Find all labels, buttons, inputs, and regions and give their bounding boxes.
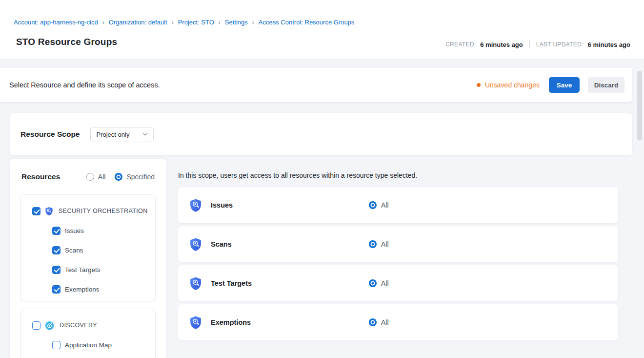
checkbox-exemptions[interactable] — [52, 285, 60, 294]
shield-search-icon — [189, 316, 202, 330]
resource-scope-select[interactable]: Project only — [90, 127, 154, 142]
tree-row-application-map: Application Map — [21, 335, 155, 355]
shield-search-icon — [189, 198, 202, 212]
shield-search-icon — [45, 207, 53, 216]
action-toolbar: Select Resource and define its scope of … — [0, 68, 632, 102]
access-option-all[interactable]: All — [369, 201, 389, 209]
breadcrumb-link-organization[interactable]: Organization: default — [109, 19, 167, 26]
access-label: All — [381, 201, 389, 209]
resources-mode-options: All Specified — [86, 173, 155, 181]
resource-card-label: Test Targets — [211, 279, 369, 287]
created-updated-meta: CREATED: 6 minutes ago LAST UPDATED: 6 m… — [445, 41, 630, 48]
resource-card-label: Scans — [211, 240, 369, 248]
checkbox-test-targets[interactable] — [52, 266, 60, 274]
unsaved-changes-label: Unsaved changes — [485, 81, 540, 89]
access-label: All — [381, 240, 389, 248]
shield-search-icon — [189, 237, 202, 252]
meta-divider — [529, 41, 530, 48]
save-button[interactable]: Save — [549, 77, 580, 93]
access-option-all[interactable]: All — [369, 318, 389, 326]
breadcrumb-separator-icon: › — [172, 19, 174, 26]
access-label: All — [381, 318, 389, 326]
breadcrumb-link-resource-groups[interactable]: Access Control: Resource Groups — [259, 19, 355, 26]
tree-row-scans: Scans — [21, 240, 155, 260]
radio-option-specified[interactable]: Specified — [115, 173, 155, 181]
last-updated-label: LAST UPDATED: — [536, 41, 584, 48]
checkbox-scans[interactable] — [52, 246, 60, 254]
resource-card-exemptions: Exemptions All — [178, 304, 618, 340]
radio-all[interactable] — [86, 173, 94, 181]
radio-all-label: All — [98, 173, 106, 181]
resource-card-test-targets: Test Targets All — [178, 265, 618, 301]
scope-description: In this scope, users get access to all r… — [178, 171, 417, 179]
breadcrumb: Account: app-harness-ng-cicd › Organizat… — [14, 19, 354, 26]
tree-item-label: Scans — [65, 247, 83, 254]
discard-button[interactable]: Discard — [588, 77, 624, 93]
tree-item-label: Test Targets — [65, 266, 101, 274]
tree-item-label: Application Map — [65, 341, 112, 349]
group-label: DISCOVERY — [60, 322, 97, 329]
breadcrumb-separator-icon: › — [102, 19, 104, 26]
resources-title: Resources — [21, 172, 60, 181]
tree-item-label: Issues — [65, 227, 84, 234]
radio-all-access[interactable] — [369, 201, 377, 209]
resource-scope-selected-value: Project only — [96, 131, 129, 138]
created-label: CREATED: — [445, 41, 476, 48]
created-value: 6 minutes ago — [480, 41, 523, 48]
resource-scope-label: Resource Scope — [20, 130, 80, 139]
tree-row-exemptions: Exemptions — [21, 279, 155, 299]
resource-group-security-orchestration: SECURITY ORCHESTRATION Issues Scans Test… — [20, 194, 156, 301]
radio-all-access[interactable] — [369, 279, 377, 287]
breadcrumb-link-account[interactable]: Account: app-harness-ng-cicd — [14, 19, 98, 26]
radio-all-access[interactable] — [369, 318, 377, 326]
resource-card-issues: Issues All — [178, 187, 618, 223]
radio-option-all[interactable]: All — [86, 173, 106, 181]
resources-panel: Resources All Specified — [10, 159, 166, 358]
shield-search-icon — [189, 276, 202, 291]
toolbar-actions: Unsaved changes Save Discard — [477, 77, 624, 93]
toolbar-description: Select Resource and define its scope of … — [9, 81, 160, 89]
access-option-all[interactable]: All — [369, 279, 389, 287]
resources-panel-header: Resources All Specified — [21, 172, 155, 181]
vertical-scrollbar-thumb[interactable] — [637, 71, 642, 141]
checkbox-discovery[interactable] — [32, 321, 40, 330]
checkbox-security-orchestration[interactable] — [32, 207, 40, 215]
tree-item-label: Exemptions — [65, 286, 100, 293]
page-title: STO Resource Groups — [16, 37, 117, 47]
access-label: All — [381, 279, 389, 287]
breadcrumb-link-settings[interactable]: Settings — [225, 19, 248, 26]
chevron-down-icon — [142, 132, 148, 136]
tree-row-discovery: DISCOVERY — [21, 316, 155, 335]
radio-all-access[interactable] — [369, 240, 377, 248]
tree-row-test-targets: Test Targets — [21, 260, 155, 279]
unsaved-changes-indicator: Unsaved changes — [477, 81, 540, 89]
group-label: SECURITY ORCHESTRATION — [59, 208, 148, 214]
resource-card-label: Exemptions — [211, 318, 369, 326]
access-option-all[interactable]: All — [369, 240, 389, 248]
page-header: Account: app-harness-ng-cicd › Organizat… — [0, 0, 644, 59]
tree-row-security-orchestration: SECURITY ORCHESTRATION — [21, 201, 155, 221]
checkbox-application-map[interactable] — [52, 341, 60, 349]
discovery-icon — [45, 321, 54, 330]
breadcrumb-separator-icon: › — [252, 19, 254, 26]
radio-specified-label: Specified — [126, 173, 155, 181]
unsaved-dot-icon — [477, 83, 481, 87]
resource-card-scans: Scans All — [178, 226, 618, 262]
last-updated-value: 6 minutes ago — [588, 41, 630, 48]
resource-card-label: Issues — [211, 201, 369, 209]
breadcrumb-link-project[interactable]: Project: STO — [178, 19, 214, 26]
resource-group-discovery: DISCOVERY Application Map — [20, 309, 156, 358]
checkbox-issues[interactable] — [52, 227, 60, 235]
radio-specified[interactable] — [115, 173, 122, 181]
tree-row-issues: Issues — [21, 221, 155, 240]
breadcrumb-separator-icon: › — [219, 19, 221, 26]
resource-scope-card: Resource Scope Project only — [10, 113, 632, 155]
